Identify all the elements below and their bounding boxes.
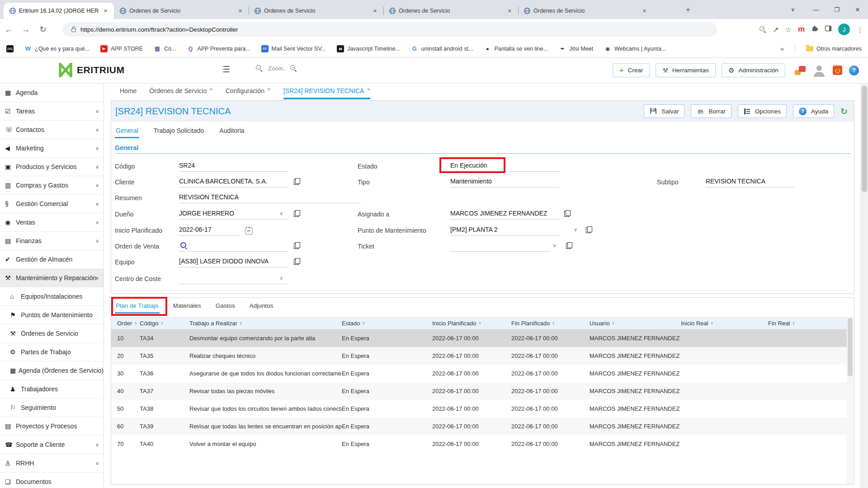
bookmark-star-icon[interactable]: ☆ [785,25,792,34]
orden-venta-field[interactable] [179,240,288,252]
bookmark-item[interactable]: ▮▮ Javascript Timeline... [337,45,400,52]
back-icon[interactable]: ← [0,25,17,34]
sidebar-item[interactable]: ♙ RRHH ∨ [0,454,104,473]
sidebar-item[interactable]: ✔ Gestión de Almacén [0,250,104,269]
sidebar-item[interactable]: ⚙ Partes de Trabajo [0,343,104,361]
work-plan-tab[interactable]: Adjuntos [249,298,274,314]
bookmark-item[interactable]: ✒ Jitsi Meet [559,45,593,52]
sidebar-item[interactable]: ⌂ Equipos/Instalaciones [0,287,104,306]
header-button[interactable]: + Crear [613,63,650,77]
url-box[interactable]: https://demo.eritrium.com/ftrack?action=… [62,22,717,37]
sidebar-item[interactable]: ▤ Finanzas ∨ [0,232,104,250]
tab-close-icon[interactable]: ✕ [641,7,648,15]
column-header[interactable]: Order ▲▼ [117,320,140,327]
help-button[interactable]: ? Ayuda [793,104,834,118]
work-plan-tab[interactable]: Plan de Trabajo [115,298,160,314]
table-row[interactable]: 40 TA37 Revisar todas las piezas móviles… [111,382,847,400]
breadcrumb-tab[interactable]: Configuración ✕ [226,87,271,98]
bookmarks-overflow-icon[interactable]: » [780,45,784,52]
dueno-open-icon[interactable] [294,210,300,217]
dueno-field[interactable]: JORGE HERRERO [179,208,288,220]
sort-icon[interactable]: ▲▼ [240,321,242,325]
table-row[interactable]: 70 TA40 Volver a montar el equipo En Esp… [111,435,847,453]
sidebar-item[interactable]: § Gestión Comercial ∨ [0,195,104,213]
column-header[interactable]: Inicio Planificado ▲▼ [432,320,511,327]
other-bookmarks[interactable]: Otros marcadores [806,46,862,52]
table-row[interactable]: 10 TA34 Desmontar equipo comenzando por … [111,329,847,347]
sidebar-item[interactable]: ⚐ Seguimiento [0,399,104,417]
browser-menu-icon[interactable]: ⋮ [856,25,863,34]
minimize-icon[interactable]: — [806,0,826,19]
tipo-field[interactable]: Mantenimiento [450,176,560,188]
options-button[interactable]: Opciones [738,104,787,118]
gmail-extension-icon[interactable]: m [798,25,805,34]
help-icon[interactable]: ? [849,66,859,75]
logout-power-icon[interactable] [833,66,842,75]
ticket-dropdown-icon[interactable]: ∨ [553,243,557,249]
column-header[interactable]: Fin Planificado ▲▼ [511,320,590,327]
extensions-puzzle-icon[interactable] [811,25,818,34]
breadcrumb-tab[interactable]: Órdenes de Servicio ✕ [149,87,212,98]
work-plan-tab[interactable]: Gastos [215,298,236,314]
bookmark-item[interactable]: Q APP Preventa para... [187,45,250,52]
dueno-dropdown-icon[interactable]: ∨ [279,211,283,216]
tab-close-icon[interactable]: ✕ [102,7,109,15]
table-row[interactable]: 20 TA35 Realizar chequeo técnico En Espe… [111,347,847,365]
sidebar-item[interactable]: ▥ Compras y Gastos ∨ [0,176,104,195]
estado-field[interactable]: En Ejecución [450,160,560,172]
sort-icon[interactable]: ▲▼ [792,321,795,325]
app-scrollbar-thumb[interactable] [862,86,867,192]
sidebar-item[interactable]: ▤ Proyectos y Procesos [0,417,104,436]
column-header[interactable]: Código ▲▼ [140,320,189,327]
breadcrumb-tab[interactable]: [SR24] REVISION TECNICA ✕ [283,87,370,99]
column-header[interactable]: Fin Real ▲▼ [768,320,836,327]
sidebar-item[interactable]: ♟ Trabajadores [0,380,104,399]
sort-icon[interactable]: ▲▼ [711,321,713,325]
browser-tab[interactable]: Eritrium 16.14.02 (JORGE HERRER ✕ [4,3,114,19]
sidebar-item[interactable]: ▦ Agenda [0,84,104,102]
bookmark-item[interactable]: ◉ Webcams | Ayunta... [604,45,666,52]
browser-tab[interactable]: Órdenes de Servicio ✕ [383,3,518,19]
equipo-open-icon[interactable] [294,258,300,265]
form-tab[interactable]: Auditoria [218,124,245,138]
asignado-field[interactable]: MARCOS JIMENEZ FERNANDEZ [450,208,560,220]
sort-icon[interactable]: ▲▼ [612,321,615,325]
close-icon[interactable]: ✕ [847,0,868,19]
zoom-indicator-icon[interactable]: − [760,26,766,33]
menu-toggle-icon[interactable]: ☰ [222,64,230,75]
sort-icon[interactable]: ▲▼ [552,321,555,325]
header-button[interactable]: ⚒ Herramientas [656,63,716,77]
profile-avatar[interactable]: J [838,23,850,35]
bookmark-item[interactable]: W ¿Qué es y para qué... [24,45,90,52]
tab-close-icon[interactable]: ✕ [506,7,514,15]
share-icon[interactable]: ↗ [773,25,778,34]
subtipo-field[interactable]: REVISION TECNICA [706,176,794,188]
close-icon[interactable]: ✕ [209,87,213,92]
close-icon[interactable]: ✕ [267,87,271,92]
centro-coste-field[interactable] [179,273,288,284]
side-panel-icon[interactable] [825,25,832,34]
sidebar-item[interactable]: ⚑ Puntos de Mantenimiento [0,306,104,324]
save-button[interactable]: Salvar [644,104,684,118]
browser-tab[interactable]: Órdenes de Servicio ✕ [249,3,383,19]
centro-coste-dropdown-icon[interactable]: ∨ [279,275,283,281]
bookmark-item[interactable]: ▶ APP STORE [100,45,143,52]
chat-icon[interactable] [795,66,806,75]
sidebar-item[interactable]: ▦ Agenda (Órdenes de Servicio) [0,361,104,380]
header-button[interactable]: ⚙ Administración [722,63,785,77]
restore-icon[interactable]: ❐ [826,0,847,19]
sidebar-item[interactable]: ☑ Tareas ∨ [0,102,104,121]
equipo-field[interactable]: [AS30] LASER DIODO INNOVA [179,256,288,267]
table-row[interactable]: 60 TA39 Revisar que todas las lentes se … [111,418,847,435]
search-icon[interactable] [180,242,187,249]
user-avatar-icon[interactable] [812,64,826,77]
browser-tab[interactable]: Órdenes de Servicio ✕ [518,3,653,19]
close-icon[interactable]: ✕ [367,87,370,92]
zoom-out-icon[interactable]: − [256,65,263,72]
breadcrumb-tab[interactable]: Home [120,87,137,98]
column-header[interactable]: Estado ▲▼ [342,320,432,327]
refresh-icon[interactable]: ↻ [840,106,848,117]
sort-icon[interactable]: ▲▼ [160,321,163,325]
table-scrollbar-thumb[interactable] [848,318,853,376]
sidebar-item[interactable]: ⚒ Órdenes de Servicio [0,324,104,343]
